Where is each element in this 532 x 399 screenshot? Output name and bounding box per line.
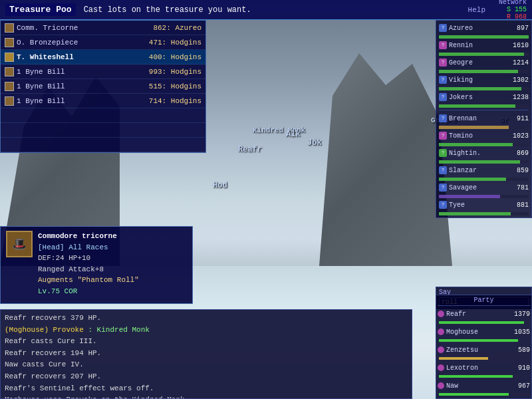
item-stat-0: DEF:24 HP+10 [38,253,139,264]
loot-row-0[interactable]: Comm. Tricorne862: Azureo [1,21,205,35]
npc-tag-reafr: Reafr [238,145,262,154]
alliance-icon: ? [439,149,447,157]
alliance-name: Slanzar [449,167,505,174]
alliance-hp-bar-container [439,70,529,73]
chat-prefix: (Moghouse) Provoke [5,326,88,334]
alliance-hp-bar [439,53,524,56]
alliance-hp: 1023 [505,132,529,140]
alliance-hp: 1214 [505,59,529,66]
party-hp-value: 1379 [505,311,530,318]
party-hp-bar-container [439,357,529,360]
chat-target: : Kindred Monk [88,326,149,334]
alliance-hp-bar-container [439,87,529,90]
alliance-name: Geogre [449,59,505,66]
network-s: S 155 [507,6,527,13]
alliance-hp-bar [439,87,521,90]
alliance-icon: ? [439,201,447,209]
alliance-row-5: ?Brennan911 [438,112,530,124]
party-row-3: Lexotron910 [438,361,530,374]
alliance-row-8: ?Slanzar859 [438,164,530,176]
party-name: Moghouse [446,329,505,336]
alliance-name: Tomino [449,132,505,140]
party-hp-bar-container [439,321,529,324]
loot-icon [5,23,14,33]
alliance-icon: ? [439,114,447,122]
alliance-hp-bar-container [439,53,529,56]
alliance-hp-bar [439,143,513,146]
top-bar: Treasure Poo Cast lots on the treasure y… [0,0,532,20]
party-hp-bar [439,375,513,378]
party-icon [438,311,444,317]
alliance-row-2: ?Geogre1214 [438,57,530,68]
party-icon [438,364,444,371]
alliance-hp: 1610 [505,42,529,49]
loot-icon [5,96,14,106]
alliance-name: Savagee [449,184,505,192]
chat-line-5: Reafr recovers 207 HP. [5,371,408,383]
item-type: [Head] All Races [38,242,139,253]
alliance-hp: 911 [505,115,529,122]
alliance-hp-bar-container [439,143,529,146]
alliance-name: Rennin [449,42,505,49]
alliance-hp-bar [439,195,500,198]
party-name: Reafr [446,311,505,318]
party-hp-value: 1035 [505,329,530,336]
loot-row-1[interactable]: O. Bronzepiece471: Hodgins [1,35,205,50]
top-bar-message: Cast lots on the treasure you want. [84,5,468,15]
party-hp-bar-container [439,393,529,396]
item-icon-large: 🎩 [6,231,33,257]
loot-name: 1 Byne Bill [17,82,122,90]
alliance-panel: ?Azureo897?Rennin1610?Geogre1214?Viking1… [436,20,532,218]
chat-line-0: Reafr recovers 379 HP. [5,313,408,325]
item-stat-3: Lv.75 COR [38,286,139,297]
loot-row-5[interactable]: 1 Byne Bill714: Hodgins [1,94,205,108]
party-hp-value: 589 [505,346,530,354]
loot-bid: 471: Hodgins [122,39,201,47]
loot-row-2[interactable]: T. Whiteshell400: Hodgins [1,50,205,65]
help-label: Help [468,6,485,14]
loot-icon [5,82,14,91]
alliance-hp: 869 [505,150,529,157]
loot-name: 1 Byne Bill [17,97,122,105]
alliance-name: Nightin. [449,150,505,157]
loot-name: O. Bronzepiece [17,39,122,47]
party-icon [438,329,444,335]
alliance-icon: ? [439,132,447,140]
item-stat-2: Augments "Phantom Roll" [38,275,139,286]
party-row-4: Naw967 [438,379,530,392]
alliance-hp-bar-container [439,126,529,129]
party-hp-bar [439,339,518,342]
loot-name: Comm. Tricorne [17,24,122,32]
loot-icon [5,53,14,62]
party-row-0: Reafr1379 [438,307,530,321]
party-name: Zenzetsu [446,346,505,354]
alliance-row-7: ?Nightin.869 [438,147,530,159]
npc-tag-alk: Alk [286,130,301,139]
alliance-hp: 859 [505,167,529,174]
party-name: Lexotron [446,364,505,372]
party-hp-bar-container [439,339,529,342]
alliance-row-4: ?Jokers1238 [438,91,530,103]
alliance-icon: ? [439,24,447,32]
alliance-row-9: ?Savagee781 [438,182,530,194]
party-label: Party [438,297,530,306]
party-hp-bar [439,321,524,324]
chat-line-7: Moghouse uses Provoke on the Kindred Mon… [5,394,408,399]
alliance-hp-bar-container [439,212,529,215]
loot-name: T. Whiteshell [17,53,122,61]
loot-icon [5,67,14,76]
loot-row-3[interactable]: 1 Byne Bill993: Hodgins [1,65,205,79]
loot-row-4[interactable]: 1 Byne Bill515: Hodgins [1,79,205,94]
network-box: Network S 155 R 968 [499,0,527,21]
alliance-icon: ? [439,59,447,66]
party-hp-value: 910 [505,364,530,372]
treasure-poo-title: Treasure Poo [5,3,76,16]
party-icon [438,382,444,389]
npc-tag-hod: Hod [213,181,227,190]
alliance-name: Jokers [449,94,505,101]
item-name: Commodore tricorne [38,231,139,242]
alliance-icon: ? [439,166,447,174]
item-tooltip: 🎩 Commodore tricorne [Head] All Races DE… [0,226,193,304]
chat-panel: Reafr recovers 379 HP.(Moghouse) Provoke… [0,309,412,399]
alliance-name: Azureo [449,25,505,32]
